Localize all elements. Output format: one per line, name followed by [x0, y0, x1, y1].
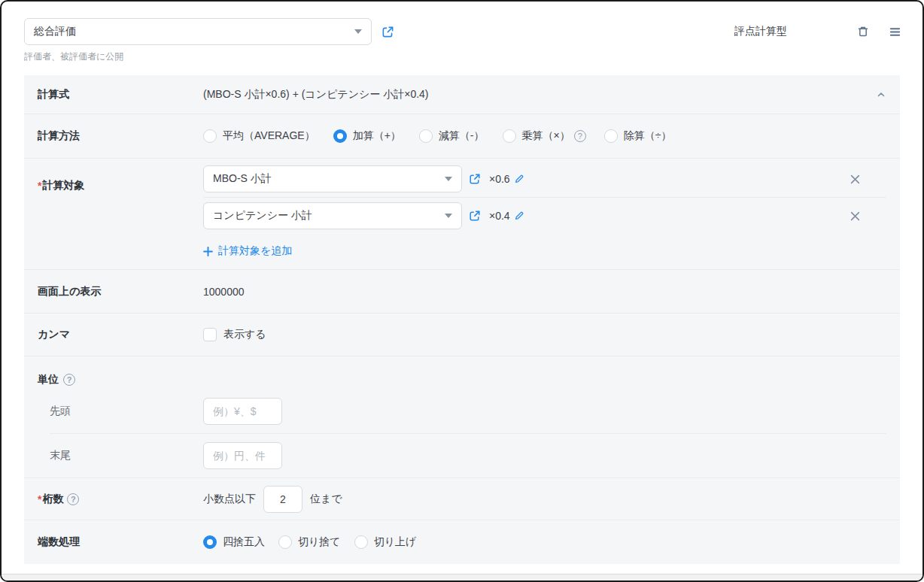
- help-icon[interactable]: ?: [67, 493, 79, 505]
- topbar: 総合評価 評点計算型: [2, 2, 922, 45]
- chevron-up-icon[interactable]: [876, 89, 886, 100]
- radio-circle: [354, 535, 368, 549]
- chevron-down-icon: [445, 214, 452, 218]
- row-digits: *桁数 ? 小数点以下 位まで: [24, 477, 900, 520]
- help-icon[interactable]: ?: [574, 130, 586, 142]
- row-display-preview: 画面上の表示 1000000: [24, 269, 900, 313]
- comma-label: カンマ: [38, 328, 203, 341]
- comma-checkbox[interactable]: [203, 328, 217, 341]
- radio-round-half-up[interactable]: 四捨五入: [203, 535, 265, 549]
- rounding-radio-group: 四捨五入 切り捨て 切り上げ: [203, 535, 416, 549]
- item-name-select[interactable]: 総合評価: [24, 18, 372, 45]
- radio-add[interactable]: 加算（+）: [333, 129, 401, 143]
- target-row: コンピテンシー 小計 ×0.4: [203, 202, 886, 229]
- formula-value: (MBO-S 小計×0.6) + (コンピテンシー 小計×0.4): [203, 88, 876, 102]
- radio-circle: [203, 129, 217, 143]
- radio-subtract[interactable]: 減算（-）: [419, 129, 485, 143]
- method-radio-group: 平均（AVERAGE） 加算（+） 減算（-） 乗算（×） ?: [203, 129, 671, 143]
- plus-icon: [203, 247, 213, 256]
- required-mark: *: [38, 493, 41, 505]
- add-target-button[interactable]: 計算対象を追加: [203, 244, 292, 258]
- comma-checkbox-label: 表示する: [223, 328, 266, 341]
- divider: [203, 197, 886, 198]
- row-unit: 単位 ? 先頭 末尾: [24, 356, 900, 477]
- row-rounding: 端数処理 四捨五入 切り捨て 切り上げ: [24, 520, 900, 564]
- unit-suffix-input[interactable]: [203, 442, 282, 469]
- formula-label: 計算式: [38, 88, 203, 102]
- item-name-select-value: 総合評価: [34, 25, 348, 38]
- menu-icon[interactable]: [889, 26, 901, 38]
- radio-circle: [419, 129, 433, 143]
- method-label: 計算方法: [38, 129, 203, 143]
- edit-pencil-icon[interactable]: [514, 211, 524, 221]
- unit-suffix-row: 末尾: [38, 442, 886, 469]
- target-select-1-value: MBO-S 小計: [213, 172, 439, 186]
- radio-circle: [503, 129, 516, 143]
- calc-type-label: 評点計算型: [734, 25, 787, 38]
- target-select-1[interactable]: MBO-S 小計: [203, 165, 462, 192]
- trash-icon[interactable]: [856, 25, 870, 38]
- radio-circle: [278, 535, 292, 549]
- unit-heading: 単位 ?: [38, 356, 886, 386]
- radio-round-down[interactable]: 切り捨て: [278, 535, 341, 549]
- divider: [50, 433, 886, 434]
- unit-prefix-label: 先頭: [50, 405, 203, 418]
- row-formula: 計算式 (MBO-S 小計×0.6) + (コンピテンシー 小計×0.4): [24, 75, 900, 114]
- window-bottom-strip: [2, 574, 922, 580]
- target-select-2-value: コンピテンシー 小計: [213, 209, 439, 223]
- external-link-icon[interactable]: [469, 210, 481, 222]
- multiplier-value: ×0.6: [489, 173, 510, 185]
- row-method: 計算方法 平均（AVERAGE） 加算（+） 減算（-）: [24, 114, 900, 158]
- visibility-note: 評価者、被評価者に公開: [24, 50, 922, 63]
- help-icon[interactable]: ?: [63, 374, 75, 386]
- display-label: 画面上の表示: [38, 285, 203, 299]
- radio-divide[interactable]: 除算（÷）: [604, 129, 672, 143]
- evaluation-item-card: 総合評価 評点計算型 評価者、被評価者に公開: [0, 0, 924, 582]
- edit-pencil-icon[interactable]: [514, 174, 524, 184]
- targets-label: *計算対象: [38, 165, 203, 192]
- digits-input[interactable]: [263, 486, 302, 513]
- radio-multiply[interactable]: 乗算（×） ?: [503, 129, 586, 143]
- remove-target-icon[interactable]: [850, 174, 860, 184]
- chevron-down-icon: [354, 29, 362, 34]
- row-targets: *計算対象 MBO-S 小計: [24, 158, 900, 269]
- chevron-down-icon: [445, 177, 452, 181]
- required-mark: *: [38, 180, 41, 192]
- calculation-settings-block: 計算式 (MBO-S 小計×0.6) + (コンピテンシー 小計×0.4) 計算…: [24, 75, 900, 564]
- display-value: 1000000: [203, 286, 886, 298]
- digits-suffix-text: 位まで: [310, 493, 342, 506]
- digits-prefix-text: 小数点以下: [203, 493, 256, 506]
- unit-prefix-input[interactable]: [203, 398, 282, 425]
- radio-circle-checked: [333, 129, 347, 143]
- digits-label: *桁数 ?: [38, 493, 203, 506]
- radio-circle-checked: [203, 535, 217, 549]
- remove-target-icon[interactable]: [850, 211, 860, 221]
- add-target-label: 計算対象を追加: [218, 244, 292, 258]
- target-row: MBO-S 小計 ×0.6: [203, 165, 886, 192]
- multiplier-value: ×0.4: [489, 210, 510, 222]
- rounding-label: 端数処理: [38, 535, 203, 549]
- target-select-2[interactable]: コンピテンシー 小計: [203, 202, 462, 229]
- row-comma: カンマ 表示する: [24, 313, 900, 356]
- external-link-icon[interactable]: [469, 173, 481, 185]
- external-link-icon[interactable]: [381, 26, 394, 38]
- radio-circle: [604, 129, 618, 143]
- radio-round-up[interactable]: 切り上げ: [354, 535, 417, 549]
- radio-average[interactable]: 平均（AVERAGE）: [203, 129, 315, 143]
- unit-suffix-label: 末尾: [50, 449, 203, 462]
- unit-prefix-row: 先頭: [38, 398, 886, 425]
